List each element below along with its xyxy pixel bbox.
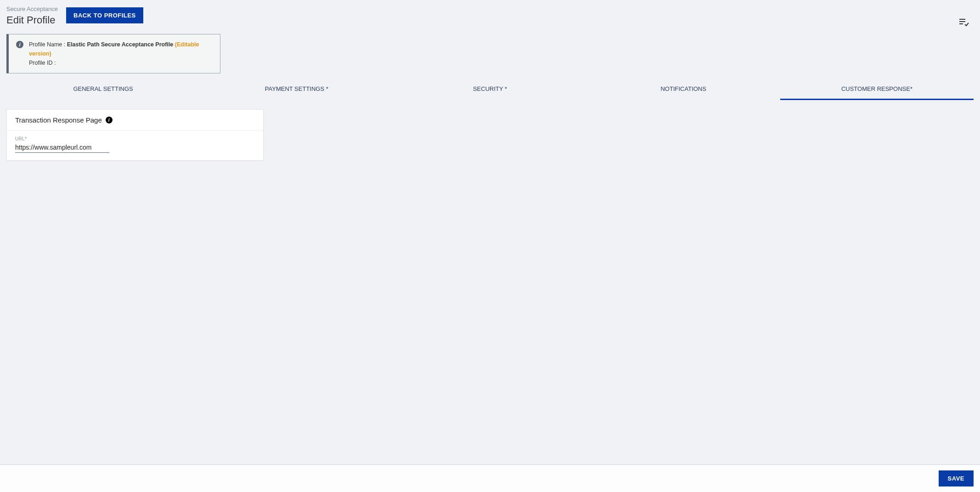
header-row: Secure Acceptance Edit Profile BACK TO P…: [6, 6, 974, 29]
info-panel-content: Profile Name : Elastic Path Secure Accep…: [29, 40, 213, 67]
tab-customer-response[interactable]: CUSTOMER RESPONSE*: [780, 80, 974, 100]
url-field-label: URL*: [15, 136, 255, 141]
tab-notifications[interactable]: NOTIFICATIONS: [587, 80, 780, 100]
page-container: Secure Acceptance Edit Profile BACK TO P…: [0, 0, 980, 464]
tabs-row: GENERAL SETTINGS PAYMENT SETTINGS * SECU…: [6, 80, 974, 100]
playlist-check-icon[interactable]: [958, 17, 969, 29]
profile-info-panel: i Profile Name : Elastic Path Secure Acc…: [6, 34, 220, 73]
transaction-response-card: Transaction Response Page i URL*: [6, 109, 264, 161]
header-left: Secure Acceptance Edit Profile BACK TO P…: [6, 6, 143, 26]
footer-bar: SAVE: [0, 464, 980, 492]
page-title: Edit Profile: [6, 14, 58, 26]
back-to-profiles-button[interactable]: BACK TO PROFILES: [66, 7, 143, 23]
info-icon: i: [16, 41, 23, 48]
card-title: Transaction Response Page: [15, 116, 102, 124]
profile-id-label: Profile ID :: [29, 60, 56, 66]
title-block: Secure Acceptance Edit Profile: [6, 6, 58, 26]
url-input[interactable]: [15, 142, 109, 153]
breadcrumb: Secure Acceptance: [6, 6, 58, 12]
card-header: Transaction Response Page i: [7, 110, 263, 131]
profile-name-value: Elastic Path Secure Acceptance Profile: [67, 41, 174, 48]
profile-name-label: Profile Name :: [29, 41, 65, 48]
info-icon[interactable]: i: [106, 117, 113, 123]
card-body: URL*: [7, 131, 263, 160]
tab-general-settings[interactable]: GENERAL SETTINGS: [6, 80, 200, 100]
tab-payment-settings[interactable]: PAYMENT SETTINGS *: [200, 80, 393, 100]
save-button[interactable]: SAVE: [939, 470, 974, 486]
tab-security[interactable]: SECURITY *: [393, 80, 586, 100]
